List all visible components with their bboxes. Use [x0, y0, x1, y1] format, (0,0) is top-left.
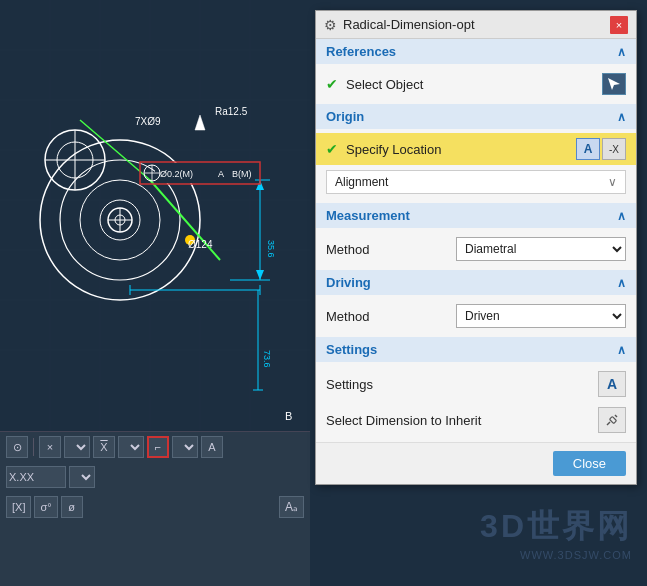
toolbar-btn-sigma[interactable]: σ° — [34, 496, 57, 518]
toolbar-btn-diameter[interactable]: ø — [61, 496, 83, 518]
toolbar-btn-x[interactable]: × — [39, 436, 61, 458]
svg-line-54 — [615, 415, 617, 417]
toolbar-select-fmt[interactable] — [69, 466, 95, 488]
toolbar-select-3[interactable] — [172, 436, 198, 458]
specify-location-icon-a[interactable]: A — [576, 138, 600, 160]
cad-canvas: 7XØ9 Ra12.5 Ø0.2(M) A B(M) Ø124 35.6 73.… — [0, 0, 310, 586]
origin-label: Origin — [326, 109, 364, 124]
panel-title: Radical-Dimension-opt — [343, 17, 475, 32]
svg-text:Ø124: Ø124 — [188, 239, 213, 250]
panel-close-button[interactable]: × — [610, 16, 628, 34]
svg-marker-53 — [608, 78, 620, 90]
specify-location-check-icon: ✔ — [326, 141, 338, 157]
driving-label: Driving — [326, 275, 371, 290]
watermark-3d: 3D世界网 — [480, 505, 632, 549]
gear-icon: ⚙ — [324, 17, 337, 33]
measurement-method-row: Method Diametral — [316, 232, 636, 266]
svg-text:Ø0.2(M): Ø0.2(M) — [160, 169, 193, 179]
driving-method-select[interactable]: Driven — [456, 304, 626, 328]
references-section-header[interactable]: References ∧ — [316, 39, 636, 64]
inherit-icons — [598, 407, 626, 433]
settings-icons: A — [598, 371, 626, 397]
settings-content: Settings A Select Dimension to Inherit — [316, 362, 636, 442]
watermark-url: WWW.3DSJW.COM — [480, 549, 632, 561]
separator — [33, 438, 34, 456]
toolbar-btn-xbar[interactable]: X — [93, 436, 115, 458]
settings-panel: ⚙ Radical-Dimension-opt × References ∧ ✔… — [315, 10, 637, 485]
panel-footer: Close — [316, 442, 636, 484]
toolbar-row-input — [0, 462, 310, 492]
check-icon: ✔ — [326, 76, 338, 92]
toolbar-btn-bracket-x[interactable]: [X] — [6, 496, 31, 518]
toolbar-btn-symbol[interactable]: ⊙ — [6, 436, 28, 458]
alignment-row: Alignment ∨ — [316, 165, 636, 199]
toolbar-input[interactable] — [6, 466, 66, 488]
alignment-button[interactable]: Alignment ∨ — [326, 170, 626, 194]
measurement-chevron-icon: ∧ — [617, 209, 626, 223]
references-label: References — [326, 44, 396, 59]
toolbar-btn-aa[interactable]: Aₐ — [279, 496, 304, 518]
inherit-label: Select Dimension to Inherit — [326, 413, 590, 428]
svg-line-56 — [607, 422, 610, 425]
origin-section-header[interactable]: Origin ∧ — [316, 104, 636, 129]
svg-text:A: A — [218, 169, 224, 179]
svg-rect-55 — [609, 416, 616, 423]
inherit-eyedropper-icon[interactable] — [598, 407, 626, 433]
origin-chevron-icon: ∧ — [617, 110, 626, 124]
specify-location-row: ✔ Specify Location A -X — [316, 133, 636, 165]
settings-settings-label: Settings — [326, 377, 590, 392]
measurement-method-select[interactable]: Diametral — [456, 237, 626, 261]
select-object-icons — [602, 73, 626, 95]
origin-content: ✔ Specify Location A -X Alignment ∨ — [316, 129, 636, 203]
inherit-row: Select Dimension to Inherit — [316, 402, 636, 438]
measurement-content: Method Diametral — [316, 228, 636, 270]
measurement-method-label: Method — [326, 242, 448, 257]
select-object-tool-icon[interactable] — [602, 73, 626, 95]
driving-method-label: Method — [326, 309, 448, 324]
driving-chevron-icon: ∧ — [617, 276, 626, 290]
measurement-label: Measurement — [326, 208, 410, 223]
settings-label: Settings — [326, 342, 377, 357]
svg-text:Ra12.5: Ra12.5 — [215, 106, 248, 117]
svg-text:B(M): B(M) — [232, 169, 252, 179]
settings-section-header[interactable]: Settings ∧ — [316, 337, 636, 362]
toolbar-btn-a[interactable]: A — [201, 436, 223, 458]
svg-text:35.6: 35.6 — [266, 240, 276, 258]
select-object-row: ✔ Select Object — [316, 68, 636, 100]
panel-titlebar: ⚙ Radical-Dimension-opt × — [316, 11, 636, 39]
toolbar-select-1[interactable] — [64, 436, 90, 458]
toolbar-select-2[interactable] — [118, 436, 144, 458]
close-panel-button[interactable]: Close — [553, 451, 626, 476]
settings-row: Settings A — [316, 366, 636, 402]
svg-text:73.6: 73.6 — [262, 350, 272, 368]
specify-location-label: Specify Location — [346, 142, 568, 157]
panel-title-left: ⚙ Radical-Dimension-opt — [324, 17, 475, 33]
driving-section-header[interactable]: Driving ∧ — [316, 270, 636, 295]
toolbar-row-1: ⊙ × X ⌐ A — [0, 432, 310, 462]
specify-location-icon-minus-x[interactable]: -X — [602, 138, 626, 160]
toolbar-row-2: [X] σ° ø Aₐ — [0, 492, 310, 522]
measurement-section-header[interactable]: Measurement ∧ — [316, 203, 636, 228]
toolbar-btn-hook[interactable]: ⌐ — [147, 436, 169, 458]
specify-location-icons: A -X — [576, 138, 626, 160]
references-content: ✔ Select Object — [316, 64, 636, 104]
driving-content: Method Driven — [316, 295, 636, 337]
settings-font-icon[interactable]: A — [598, 371, 626, 397]
svg-text:B: B — [285, 410, 292, 422]
select-object-label: Select Object — [346, 77, 594, 92]
bottom-toolbar: ⊙ × X ⌐ A [X] σ° ø — [0, 431, 310, 586]
alignment-label: Alignment — [335, 175, 388, 189]
references-chevron-icon: ∧ — [617, 45, 626, 59]
driving-method-row: Method Driven — [316, 299, 636, 333]
settings-chevron-icon: ∧ — [617, 343, 626, 357]
alignment-chevron-icon: ∨ — [608, 175, 617, 189]
svg-text:7XØ9: 7XØ9 — [135, 116, 161, 127]
